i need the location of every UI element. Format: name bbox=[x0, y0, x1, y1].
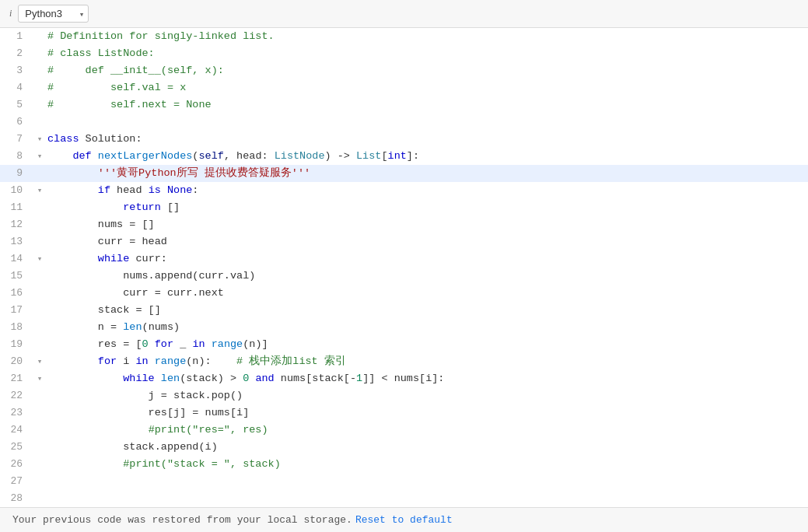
line-number: 19 bbox=[0, 336, 35, 353]
table-row: 17 stack = [] bbox=[0, 302, 808, 319]
table-row: 7▾class Solution: bbox=[0, 131, 808, 148]
fold-arrow bbox=[35, 404, 44, 422]
builtin-token: range bbox=[155, 355, 187, 367]
table-row: 1# Definition for singly-linked list. bbox=[0, 28, 808, 45]
line-number: 5 bbox=[0, 96, 35, 114]
line-content[interactable]: #print("res=", res) bbox=[44, 422, 808, 439]
fold-arrow bbox=[35, 422, 44, 439]
language-selector-wrapper[interactable]: Python3 Python2 Java C++ JavaScript bbox=[18, 5, 89, 23]
normal-token bbox=[149, 355, 155, 367]
line-content[interactable]: nums.append(curr.val) bbox=[44, 268, 808, 285]
normal-token: : bbox=[192, 184, 198, 196]
builtin-token: len bbox=[161, 373, 180, 384]
normal-token bbox=[47, 184, 98, 196]
fold-arrow[interactable]: ▾ bbox=[35, 353, 44, 370]
fold-arrow[interactable]: ▾ bbox=[35, 182, 44, 199]
line-content[interactable]: stack = [] bbox=[44, 302, 808, 319]
line-content[interactable]: # Definition for singly-linked list. bbox=[44, 28, 808, 45]
line-content[interactable]: curr = head bbox=[44, 233, 808, 250]
keyword-token: if bbox=[98, 184, 110, 196]
line-content[interactable]: curr = curr.next bbox=[44, 285, 808, 302]
builtin-token: range bbox=[212, 338, 243, 350]
table-row: 20▾ for i in range(n): # 栈中添加list 索引 bbox=[0, 353, 808, 370]
table-row: 27 bbox=[0, 473, 808, 490]
comment-token: # class ListNode: bbox=[47, 47, 155, 59]
line-content[interactable]: stack.append(i) bbox=[44, 439, 808, 456]
table-row: 16 curr = curr.next bbox=[0, 285, 808, 302]
line-content[interactable]: #print("stack = ", stack) bbox=[44, 456, 808, 473]
fold-arrow bbox=[35, 268, 44, 285]
table-row: 12 nums = [] bbox=[0, 216, 808, 233]
line-content[interactable] bbox=[44, 473, 808, 490]
line-number: 1 bbox=[0, 28, 35, 45]
number-token: 0 bbox=[142, 338, 149, 350]
table-row: 25 stack.append(i) bbox=[0, 439, 808, 456]
line-content[interactable]: nums = [] bbox=[44, 216, 808, 233]
keyword-token: class bbox=[47, 133, 79, 145]
fold-arrow[interactable]: ▾ bbox=[35, 131, 44, 148]
fold-arrow[interactable]: ▾ bbox=[35, 148, 44, 165]
line-content[interactable]: class Solution: bbox=[44, 131, 808, 148]
table-row: 15 nums.append(curr.val) bbox=[0, 268, 808, 285]
line-content[interactable] bbox=[44, 114, 808, 131]
normal-token bbox=[47, 424, 149, 436]
restore-message: Your previous code was restored from you… bbox=[12, 514, 352, 526]
line-number: 10 bbox=[0, 182, 35, 199]
reset-link[interactable]: Reset to default bbox=[355, 514, 453, 526]
fold-arrow bbox=[35, 96, 44, 114]
line-content[interactable]: while curr: bbox=[44, 250, 808, 268]
fold-arrow[interactable]: ▾ bbox=[35, 250, 44, 268]
line-content[interactable]: while len(stack) > 0 and nums[stack[-1]]… bbox=[44, 370, 808, 387]
line-number: 12 bbox=[0, 216, 35, 233]
line-content[interactable]: if head is None: bbox=[44, 182, 808, 199]
fold-arrow bbox=[35, 165, 44, 182]
normal-token: res[j] = nums[i] bbox=[47, 407, 249, 418]
comment-token: # 栈中添加list 索引 bbox=[236, 355, 346, 367]
fold-arrow bbox=[35, 490, 44, 507]
line-content[interactable]: def nextLargerNodes(self, head: ListNode… bbox=[44, 148, 808, 165]
fold-arrow bbox=[35, 302, 44, 319]
fold-arrow bbox=[35, 285, 44, 302]
python-icon: i bbox=[9, 8, 12, 19]
normal-token: ]] < nums[i]: bbox=[362, 373, 444, 384]
line-content[interactable]: # self.val = x bbox=[44, 79, 808, 96]
line-content[interactable]: for i in range(n): # 栈中添加list 索引 bbox=[44, 353, 808, 370]
line-content[interactable]: res[j] = nums[i] bbox=[44, 404, 808, 422]
line-content[interactable] bbox=[44, 490, 808, 507]
fold-arrow[interactable]: ▾ bbox=[35, 370, 44, 387]
line-content[interactable]: j = stack.pop() bbox=[44, 387, 808, 404]
line-number: 4 bbox=[0, 79, 35, 96]
language-select[interactable]: Python3 Python2 Java C++ JavaScript bbox=[18, 5, 89, 23]
line-content[interactable]: '''黄哥Python所写 提供收费答疑服务''' bbox=[44, 165, 808, 182]
type-token: List bbox=[356, 150, 381, 162]
table-row: 4# self.val = x bbox=[0, 79, 808, 96]
footer-message: Your previous code was restored from you… bbox=[0, 507, 808, 532]
line-content[interactable]: # class ListNode: bbox=[44, 45, 808, 62]
line-content[interactable]: # def __init__(self, x): bbox=[44, 62, 808, 79]
line-content[interactable]: res = [0 for _ in range(n)] bbox=[44, 336, 808, 353]
normal-token bbox=[205, 338, 212, 350]
line-number: 21 bbox=[0, 370, 35, 387]
table-row: 11 return [] bbox=[0, 199, 808, 216]
line-content[interactable]: n = len(nums) bbox=[44, 319, 808, 336]
normal-token bbox=[47, 373, 123, 384]
keyword-token: def bbox=[72, 150, 91, 162]
line-number: 14 bbox=[0, 250, 35, 268]
line-content[interactable]: return [] bbox=[44, 199, 808, 216]
normal-token: (n): bbox=[186, 355, 236, 367]
code-editor[interactable]: 1# Definition for singly-linked list.2# … bbox=[0, 28, 808, 507]
normal-token: stack.append(i) bbox=[47, 441, 218, 453]
line-number: 8 bbox=[0, 148, 35, 165]
line-number: 15 bbox=[0, 268, 35, 285]
normal-token: stack = [] bbox=[47, 304, 161, 316]
fold-arrow bbox=[35, 387, 44, 404]
line-content[interactable]: # self.next = None bbox=[44, 96, 808, 114]
line-number: 27 bbox=[0, 473, 35, 490]
normal-token: , head: bbox=[224, 150, 275, 162]
line-number: 3 bbox=[0, 62, 35, 79]
table-row: 8▾ def nextLargerNodes(self, head: ListN… bbox=[0, 148, 808, 165]
normal-token: j = stack.pop() bbox=[47, 390, 243, 401]
normal-token: curr = head bbox=[47, 236, 167, 247]
line-number: 24 bbox=[0, 422, 35, 439]
normal-token bbox=[47, 167, 98, 179]
